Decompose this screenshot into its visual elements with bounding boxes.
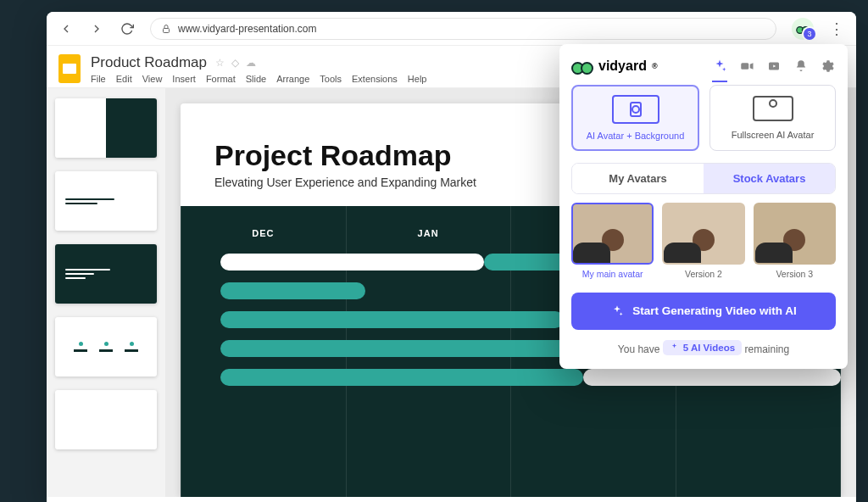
avatar-option[interactable]: Version 2 [662,203,744,279]
menu-arrange[interactable]: Arrange [276,74,309,84]
mode-fullscreen-avatar[interactable]: Fullscreen AI Avatar [709,85,836,151]
mode-avatar-bg[interactable]: AI Avatar + Background [571,85,699,151]
vidyard-logo: vidyard® [571,58,658,75]
menu-view[interactable]: View [142,74,163,84]
extension-badge[interactable] [792,18,814,40]
tab-my-avatars[interactable]: My Avatars [572,164,704,193]
library-icon[interactable] [766,59,782,74]
drive-icon[interactable]: ◇ [231,57,239,69]
avatar-option[interactable]: Version 3 [754,203,836,279]
camera-icon[interactable] [739,59,754,74]
slides-logo-icon [58,54,81,83]
slides-menubar: File Edit View Insert Format Slide Arran… [91,74,426,84]
menu-file[interactable]: File [91,74,106,84]
remaining-credits: You have 5 AI Videos remaining [571,340,836,355]
menu-slide[interactable]: Slide [246,74,266,84]
avatar-label: Version 2 [685,269,722,279]
url-text: www.vidyard-presentation.com [178,23,316,35]
avatar-source-segment: My Avatars Stock Avatars [571,163,836,194]
forward-icon[interactable] [89,21,104,36]
star-icon[interactable]: ☆ [215,57,225,69]
browser-menu-icon[interactable]: ⋮ [829,20,844,38]
svg-rect-0 [164,28,170,32]
doc-title[interactable]: Product Roadmap [91,54,207,71]
slide-thumb[interactable] [55,244,157,304]
menu-edit[interactable]: Edit [116,74,132,84]
menu-insert[interactable]: Insert [172,74,196,84]
menu-tools[interactable]: Tools [320,74,342,84]
gear-icon[interactable] [821,59,836,74]
menu-help[interactable]: Help [408,74,427,84]
sparkle-icon[interactable] [712,59,727,74]
svg-marker-2 [750,63,754,70]
bell-icon[interactable] [793,59,809,74]
cta-label: Start Generating Video with AI [632,304,797,317]
slide-thumb[interactable] [55,98,157,158]
reload-icon[interactable] [120,21,135,36]
mode-label: AI Avatar + Background [587,131,685,141]
vidyard-eyes-icon [571,58,593,75]
generate-video-button[interactable]: Start Generating Video with AI [571,293,836,330]
avatar-list: My main avatar Version 2 Version 3 [571,203,836,279]
slide-thumb[interactable] [55,317,157,376]
browser-toolbar: www.vidyard-presentation.com ⋮ [47,12,856,46]
avatar-label: My main avatar [582,269,643,279]
avatar-option[interactable]: My main avatar [571,203,654,279]
vidyard-panel: vidyard® AI Avatar + Background [559,44,848,369]
slide-thumb[interactable] [55,390,157,449]
slide-thumb[interactable] [55,171,157,231]
avatar-label: Version 3 [776,269,813,279]
vidyard-tab-icons [712,59,836,74]
sparkle-icon [610,304,624,318]
tab-stock-avatars[interactable]: Stock Avatars [704,164,835,193]
credits-chip: 5 AI Videos [663,340,742,355]
cloud-icon[interactable]: ☁ [246,57,256,69]
url-bar[interactable]: www.vidyard-presentation.com [150,18,776,40]
back-icon[interactable] [58,21,74,36]
vidyard-brand-text: vidyard [598,59,647,74]
slide-thumbnails [47,88,165,497]
mode-label: Fullscreen AI Avatar [732,130,815,140]
lock-icon [161,24,171,34]
svg-rect-1 [741,63,748,70]
menu-format[interactable]: Format [206,74,236,84]
menu-extensions[interactable]: Extensions [352,74,398,84]
